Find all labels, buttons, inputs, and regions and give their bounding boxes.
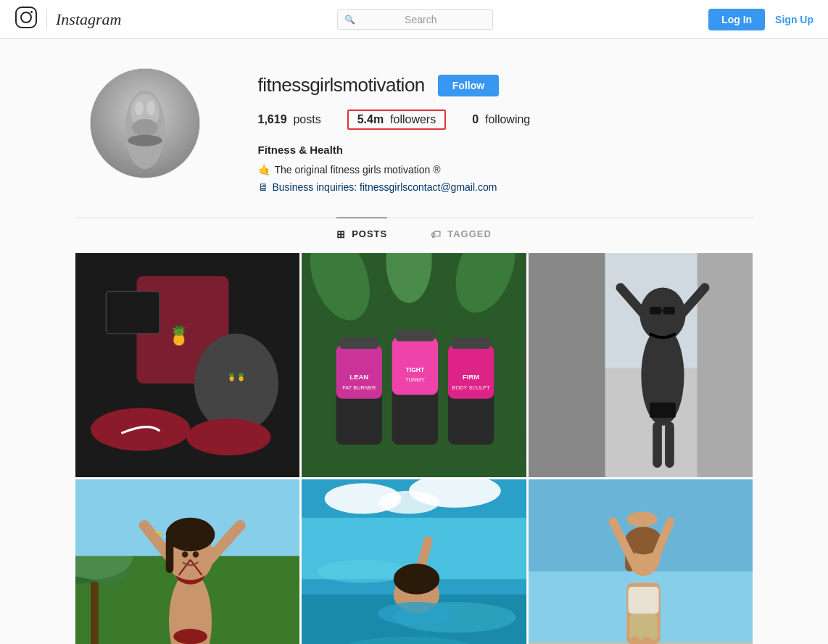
photo-cell-2[interactable]: LEAN FAT BURNER TIGHT TUMMY FIRM BODY SC…: [302, 253, 526, 478]
svg-rect-38: [529, 253, 605, 478]
svg-rect-34: [340, 337, 378, 349]
photo-cell-6[interactable]: [529, 479, 753, 644]
svg-point-63: [173, 629, 207, 644]
svg-point-80: [378, 603, 455, 626]
stat-followers: 5.4m followers: [347, 110, 447, 130]
svg-rect-46: [663, 307, 675, 315]
bio-name: Fitness & Health: [258, 141, 739, 159]
header: Instagram 🔍 Log In Sign Up: [0, 0, 828, 39]
avatar-image: [91, 69, 199, 178]
svg-text:LEAN: LEAN: [349, 373, 368, 381]
svg-text:FAT BURNER: FAT BURNER: [342, 384, 376, 391]
login-button[interactable]: Log In: [708, 9, 765, 30]
avatar: [90, 68, 200, 178]
profile-container: fitnessgirlsmotivation Follow 1,619 post…: [75, 39, 753, 218]
svg-point-64: [181, 552, 187, 558]
flower-icon: 🤙: [258, 162, 270, 178]
tab-tagged-label: TAGGED: [447, 228, 492, 239]
svg-rect-67: [165, 535, 173, 574]
grid-icon: ⊞: [336, 228, 346, 240]
svg-point-17: [186, 418, 270, 455]
svg-text:🍍🍍: 🍍🍍: [226, 372, 246, 381]
photo-grid-container: 🍍 🍍🍍: [75, 250, 753, 644]
tabs-container: ⊞ POSTS 🏷 TAGGED: [75, 218, 753, 250]
tab-posts-label: POSTS: [352, 228, 387, 239]
svg-point-1: [21, 12, 31, 22]
search-area: 🔍: [337, 9, 493, 30]
photo-cell-5[interactable]: [302, 479, 526, 644]
avatar-wrapper: [90, 68, 200, 178]
signup-button[interactable]: Sign Up: [775, 14, 813, 25]
tab-tagged[interactable]: 🏷 TAGGED: [431, 218, 492, 250]
svg-rect-35: [396, 329, 434, 341]
svg-point-65: [192, 552, 198, 558]
svg-rect-94: [628, 587, 658, 614]
svg-rect-48: [650, 402, 676, 418]
svg-point-79: [394, 564, 439, 595]
svg-text:TIGHT: TIGHT: [406, 366, 425, 373]
profile-header: fitnessgirlsmotivation Follow 1,619 post…: [90, 68, 739, 196]
tag-icon: 🏷: [431, 228, 442, 240]
logo-text: Instagram: [56, 10, 121, 29]
profile-info: fitnessgirlsmotivation Follow 1,619 post…: [258, 68, 739, 196]
profile-name-row: fitnessgirlsmotivation Follow: [258, 74, 739, 96]
svg-point-14: [194, 334, 278, 433]
svg-rect-49: [653, 421, 662, 467]
svg-point-83: [378, 491, 440, 514]
bio-line2[interactable]: 🖥 Business inquiries: fitnessgirlscontac…: [258, 179, 739, 195]
svg-point-6: [132, 119, 158, 136]
profile-stats: 1,619 posts 5.4m followers 0 following: [258, 110, 739, 130]
stat-posts: 1,619 posts: [258, 113, 321, 126]
svg-point-8: [135, 101, 144, 115]
stat-following: 0 following: [472, 113, 530, 126]
photo-grid: 🍍 🍍🍍: [75, 253, 753, 644]
svg-rect-45: [650, 307, 661, 315]
svg-rect-36: [452, 337, 490, 349]
header-right: Log In Sign Up: [708, 9, 813, 30]
photo-cell-3[interactable]: [529, 253, 753, 478]
header-left: Instagram: [15, 6, 121, 33]
instagram-logo-icon: [15, 6, 38, 33]
svg-text:TUMMY: TUMMY: [405, 376, 425, 382]
search-input[interactable]: [337, 9, 493, 30]
svg-point-92: [626, 512, 657, 527]
svg-rect-50: [665, 421, 674, 467]
svg-point-16: [91, 408, 190, 450]
svg-text:🍍: 🍍: [167, 323, 190, 346]
tab-posts[interactable]: ⊞ POSTS: [336, 218, 387, 250]
photo-cell-1[interactable]: 🍍 🍍🍍: [75, 253, 300, 478]
laptop-icon: 🖥: [258, 179, 268, 195]
svg-text:FIRM: FIRM: [463, 373, 479, 381]
svg-rect-95: [629, 614, 657, 640]
profile-username: fitnessgirlsmotivation: [258, 74, 425, 96]
svg-point-9: [146, 101, 154, 115]
follow-button[interactable]: Follow: [438, 75, 499, 96]
search-icon: 🔍: [344, 15, 355, 25]
svg-rect-13: [106, 292, 160, 334]
logo-divider: [46, 9, 47, 30]
svg-text:BODY SCULPT: BODY SCULPT: [452, 384, 490, 391]
svg-point-7: [128, 135, 162, 146]
svg-point-2: [30, 11, 33, 13]
tabs-row: ⊞ POSTS 🏷 TAGGED: [75, 218, 753, 250]
photo-cell-4[interactable]: [75, 479, 300, 644]
profile-bio: Fitness & Health 🤙 The original fitness …: [258, 141, 739, 196]
svg-rect-0: [16, 7, 36, 28]
bio-line1: 🤙 The original fitness girls motivation …: [258, 162, 739, 178]
